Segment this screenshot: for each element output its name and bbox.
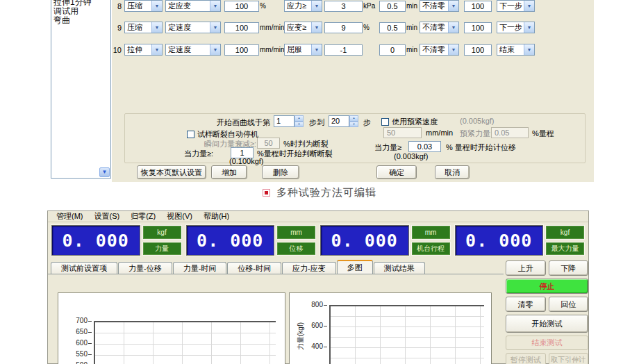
tab-force-time[interactable]: 力量-时间 [173,262,227,274]
decay-suffix-label: %时判为断裂 [283,139,329,149]
mode-dropdown[interactable]: 压缩▼ [124,22,163,33]
menu-item-zero[interactable]: 归零(Z) [125,211,161,222]
scroll-down-arrow-icon[interactable]: ▼ [99,167,110,177]
chevron-down-icon: ▼ [311,44,322,55]
chevron-down-icon: ▼ [524,44,534,55]
break-force-label: 当力量≥: [184,149,213,159]
range-input[interactable]: 100 [464,44,492,56]
start-test-button[interactable]: 开始测试 [506,315,588,333]
condition-dropdown[interactable]: 应力≥▼ [284,0,322,12]
condition-value-input[interactable]: -1 [324,44,363,56]
curve-start-label: 开始画曲线于第 [217,117,270,128]
checkbox-icon[interactable] [187,131,194,138]
mode-dropdown[interactable]: 压缩▼ [124,0,163,12]
control-dropdown[interactable]: 定速度▼ [165,44,221,56]
speed-input[interactable]: 100 [224,44,259,56]
next-step-dropdown[interactable]: 下一步▼ [497,22,535,33]
condition-value-input[interactable]: 9 [324,22,363,33]
control-dropdown[interactable]: 定速度▼ [165,22,221,33]
step-row: 10 拉伸▼ 定速度▼ 100 mm/min 屈服▼ -1 0 min 不清零▼… [112,44,535,56]
condition-value-input[interactable]: 3 [324,1,363,12]
control-button-panel: 上升 下降 停止 清零 回位 开始测试 结束测试 暂停测试 取下引伸计 [506,260,588,364]
hold-time-input[interactable]: 0.5 [379,1,406,12]
curve-to-label: 步到 [309,117,324,128]
label-badge: 机台行程 [411,242,451,256]
spinner-arrows-icon[interactable]: ▲▼ [294,115,304,127]
curve-to-spinner[interactable]: 20 ▲▼ [329,115,358,127]
end-test-button[interactable]: 结束测试 [506,336,588,350]
spinner-arrows-icon[interactable]: ▲▼ [349,115,358,127]
unit-badge: kgf [545,225,585,240]
display-row: 0. 000 kgf 力量 0. 000 mm 位移 0. 000 mm 机台行… [48,222,588,258]
clear-dropdown[interactable]: 不清零▼ [420,22,459,33]
preload-checkbox[interactable]: 使用预紧速度 [381,117,438,127]
display-crosshead-travel: 0. 000 mm 机台行程 [320,225,451,256]
control-dropdown[interactable]: 定应变▼ [165,0,221,12]
tab-displacement-time[interactable]: 位移-时间 [227,262,281,274]
preload-speed-unit-label: mm/min [426,129,453,137]
ok-button[interactable]: 确定 [376,165,417,179]
menu-bar: 管理(M) 设置(S) 归零(Z) 视图(V) 帮助(H) [48,211,588,222]
mode-dropdown[interactable]: 拉伸▼ [124,44,163,56]
condition-dropdown[interactable]: 屈服▼ [284,44,322,56]
step-number: 9 [112,24,122,32]
lcd-display: 0. 000 [455,225,544,256]
display-force: 0. 000 kgf 力量 [51,225,182,256]
method-listbox[interactable]: 拉伸1分钟 调试用 弯曲 ▼ [51,0,111,179]
up-button[interactable]: 上升 [506,260,546,276]
disp-start-input[interactable]: 0.03 [408,141,441,152]
add-button[interactable]: 增加 [211,165,247,179]
menu-item-manage[interactable]: 管理(M) [51,211,89,222]
speed-input[interactable]: 100 [224,22,259,33]
tab-multi-chart[interactable]: 多图 [337,260,373,274]
restore-defaults-button[interactable]: 恢复本页默认设置 [137,165,206,179]
clear-dropdown[interactable]: 不清零▼ [420,44,459,56]
range-input[interactable]: 100 [464,22,492,33]
next-step-dropdown[interactable]: 结束▼ [497,44,535,56]
speed-input[interactable]: 100 [224,1,259,12]
clear-dropdown[interactable]: 不清零▼ [420,0,459,12]
disp-start-note: (0.003kgf) [394,152,429,160]
hold-unit-label: min [406,24,420,31]
break-autostop-checkbox[interactable]: 试样断裂自动停机 [187,129,258,140]
condition-dropdown[interactable]: 应变≥▼ [284,22,322,33]
step-row: 9 压缩▼ 定速度▼ 100 mm/min 应变≥▼ 9 % 0.5 min 不… [112,22,535,33]
chevron-down-icon: ▼ [210,1,220,11]
range-input[interactable]: 100 [464,1,492,12]
remove-extensometer-button[interactable]: 取下引伸计 [549,353,589,364]
tab-test-results[interactable]: 测试结果 [374,262,425,274]
cancel-button[interactable]: 取消 [435,165,470,179]
menu-item-settings[interactable]: 设置(S) [89,211,126,222]
tab-force-displacement[interactable]: 力量-位移 [118,262,172,274]
monitor-window: 管理(M) 设置(S) 归零(Z) 视图(V) 帮助(H) 0. 000 kgf… [47,210,589,364]
next-step-dropdown[interactable]: 下一步▼ [497,0,535,12]
tab-pretest-settings[interactable]: 测试前设置项 [51,262,117,274]
menu-item-view[interactable]: 视图(V) [161,211,198,222]
zero-button[interactable]: 清零 [506,297,546,312]
disp-start-label: 当力量≥ [374,142,401,153]
stop-button[interactable]: 停止 [506,279,588,294]
preload-force-input[interactable]: 0.05 [491,127,529,138]
tab-stress-strain[interactable]: 应力-应变 [282,262,336,274]
return-button[interactable]: 回位 [549,297,589,312]
speed-unit-label: mm/min [259,46,284,53]
list-item[interactable]: 弯曲 [51,16,110,25]
delete-button[interactable]: 删除 [262,165,299,179]
checkbox-icon[interactable] [381,118,389,126]
hold-time-input[interactable]: 0.5 [379,22,406,33]
preload-speed-input[interactable]: 50 [383,127,422,138]
hold-time-input[interactable]: 0 [379,44,406,56]
chevron-down-icon: ▼ [524,22,534,33]
step-row: 8 压缩▼ 定应变▼ 100 % 应力≥▼ 3 kPa 0.5 min 不清零▼… [112,0,535,12]
pause-test-button[interactable]: 暂停测试 [506,353,546,364]
unit-badge: mm [276,225,316,240]
unit-badge: kgf [142,225,182,240]
y-tick-label: 650 [69,328,88,336]
y-tick-label: 600 [69,339,88,347]
label-badge: 最大力量 [545,242,585,256]
curve-from-spinner[interactable]: 1 ▲▼ [274,115,304,127]
down-button[interactable]: 下降 [549,260,589,276]
menu-item-help[interactable]: 帮助(H) [198,211,235,222]
hold-unit-label: min [406,2,420,10]
decay-input[interactable]: 50 [257,138,280,149]
